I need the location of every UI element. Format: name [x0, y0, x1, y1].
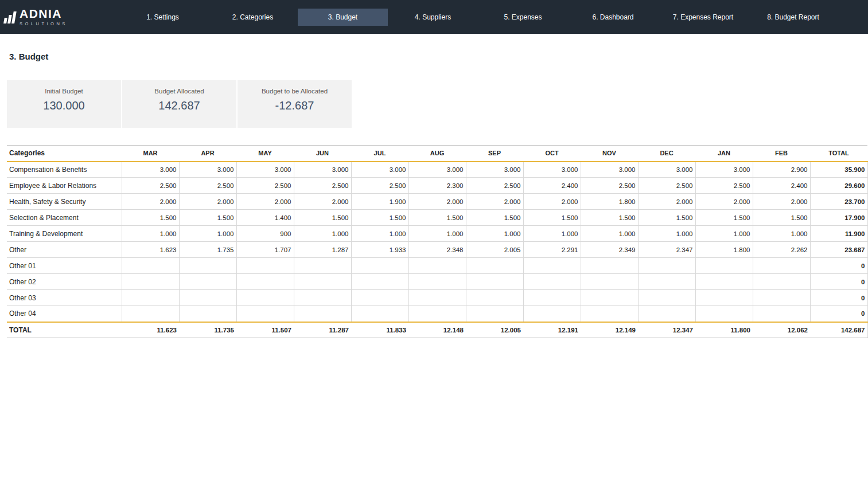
value-cell[interactable]: 2.000: [638, 194, 695, 210]
category-cell[interactable]: Other 04: [7, 306, 122, 322]
value-cell[interactable]: 1.500: [351, 210, 408, 226]
category-cell[interactable]: Other 01: [7, 258, 122, 274]
value-cell[interactable]: 2.300: [408, 178, 466, 194]
value-cell[interactable]: [122, 258, 179, 274]
tab-budget[interactable]: 3. Budget: [298, 9, 388, 26]
value-cell[interactable]: 2.000: [179, 194, 236, 210]
value-cell[interactable]: 2.347: [638, 242, 695, 258]
value-cell[interactable]: [236, 258, 294, 274]
tab-settings[interactable]: 1. Settings: [118, 9, 208, 26]
value-cell[interactable]: 2.500: [581, 178, 638, 194]
value-cell[interactable]: [179, 306, 236, 322]
value-cell[interactable]: 1.500: [638, 210, 695, 226]
value-cell[interactable]: 1.500: [523, 210, 581, 226]
value-cell[interactable]: 2.500: [638, 178, 695, 194]
value-cell[interactable]: 1.707: [236, 242, 294, 258]
value-cell[interactable]: [351, 258, 408, 274]
value-cell[interactable]: 2.500: [236, 178, 294, 194]
value-cell[interactable]: [695, 274, 753, 290]
value-cell[interactable]: 3.000: [236, 162, 294, 178]
value-cell[interactable]: [122, 306, 179, 322]
value-cell[interactable]: [466, 290, 523, 306]
value-cell[interactable]: 2.000: [753, 194, 810, 210]
value-cell[interactable]: [753, 306, 810, 322]
value-cell[interactable]: 1.000: [179, 226, 236, 242]
tab-dashboard[interactable]: 6. Dashboard: [568, 9, 658, 26]
value-cell[interactable]: [466, 258, 523, 274]
value-cell[interactable]: 2.291: [523, 242, 581, 258]
value-cell[interactable]: 1.400: [236, 210, 294, 226]
value-cell[interactable]: 1.000: [523, 226, 581, 242]
value-cell[interactable]: 2.000: [466, 194, 523, 210]
category-cell[interactable]: Other 02: [7, 274, 122, 290]
value-cell[interactable]: [179, 290, 236, 306]
value-cell[interactable]: [581, 306, 638, 322]
value-cell[interactable]: [753, 274, 810, 290]
value-cell[interactable]: [753, 290, 810, 306]
value-cell[interactable]: 1.500: [466, 210, 523, 226]
value-cell[interactable]: 3.000: [695, 162, 753, 178]
tab-expenses-report[interactable]: 7. Expenses Report: [658, 9, 748, 26]
value-cell[interactable]: [179, 274, 236, 290]
category-cell[interactable]: Other: [7, 242, 122, 258]
value-cell[interactable]: [753, 258, 810, 274]
value-cell[interactable]: [351, 290, 408, 306]
value-cell[interactable]: [523, 306, 581, 322]
value-cell[interactable]: 1.735: [179, 242, 236, 258]
value-cell[interactable]: [638, 274, 695, 290]
value-cell[interactable]: 1.500: [179, 210, 236, 226]
value-cell[interactable]: 1.287: [294, 242, 351, 258]
value-cell[interactable]: 2.349: [581, 242, 638, 258]
category-cell[interactable]: Health, Safety & Security: [7, 194, 122, 210]
value-cell[interactable]: 2.900: [753, 162, 810, 178]
value-cell[interactable]: 1.000: [638, 226, 695, 242]
value-cell[interactable]: 1.000: [466, 226, 523, 242]
value-cell[interactable]: 3.000: [179, 162, 236, 178]
value-cell[interactable]: [294, 306, 351, 322]
value-cell[interactable]: 1.000: [695, 226, 753, 242]
value-cell[interactable]: [523, 290, 581, 306]
value-cell[interactable]: 2.262: [753, 242, 810, 258]
value-cell[interactable]: [523, 274, 581, 290]
value-cell[interactable]: 2.400: [523, 178, 581, 194]
value-cell[interactable]: 2.500: [466, 178, 523, 194]
value-cell[interactable]: 1.500: [294, 210, 351, 226]
value-cell[interactable]: 2.000: [408, 194, 466, 210]
value-cell[interactable]: 1.000: [753, 226, 810, 242]
category-cell[interactable]: Other 03: [7, 290, 122, 306]
value-cell[interactable]: [466, 306, 523, 322]
value-cell[interactable]: [294, 258, 351, 274]
value-cell[interactable]: [294, 290, 351, 306]
value-cell[interactable]: 2.000: [695, 194, 753, 210]
value-cell[interactable]: 2.000: [236, 194, 294, 210]
value-cell[interactable]: 2.005: [466, 242, 523, 258]
value-cell[interactable]: 1.500: [122, 210, 179, 226]
value-cell[interactable]: 3.000: [638, 162, 695, 178]
value-cell[interactable]: [408, 290, 466, 306]
value-cell[interactable]: [638, 290, 695, 306]
value-cell[interactable]: 2.500: [351, 178, 408, 194]
value-cell[interactable]: 900: [236, 226, 294, 242]
value-cell[interactable]: [408, 274, 466, 290]
value-cell[interactable]: 1.500: [753, 210, 810, 226]
value-cell[interactable]: 1.900: [351, 194, 408, 210]
value-cell[interactable]: 1.500: [408, 210, 466, 226]
value-cell[interactable]: [408, 258, 466, 274]
tab-categories[interactable]: 2. Categories: [208, 9, 298, 26]
value-cell[interactable]: 1.800: [695, 242, 753, 258]
category-cell[interactable]: Compensation & Benefits: [7, 162, 122, 178]
value-cell[interactable]: 1.623: [122, 242, 179, 258]
value-cell[interactable]: [523, 258, 581, 274]
value-cell[interactable]: 3.000: [581, 162, 638, 178]
value-cell[interactable]: [179, 258, 236, 274]
value-cell[interactable]: [638, 258, 695, 274]
value-cell[interactable]: [638, 306, 695, 322]
value-cell[interactable]: [581, 290, 638, 306]
value-cell[interactable]: 2.500: [179, 178, 236, 194]
tab-expenses[interactable]: 5. Expenses: [478, 9, 568, 26]
value-cell[interactable]: [695, 258, 753, 274]
value-cell[interactable]: 2.400: [753, 178, 810, 194]
value-cell[interactable]: 2.000: [523, 194, 581, 210]
value-cell[interactable]: 2.000: [122, 194, 179, 210]
value-cell[interactable]: [581, 258, 638, 274]
